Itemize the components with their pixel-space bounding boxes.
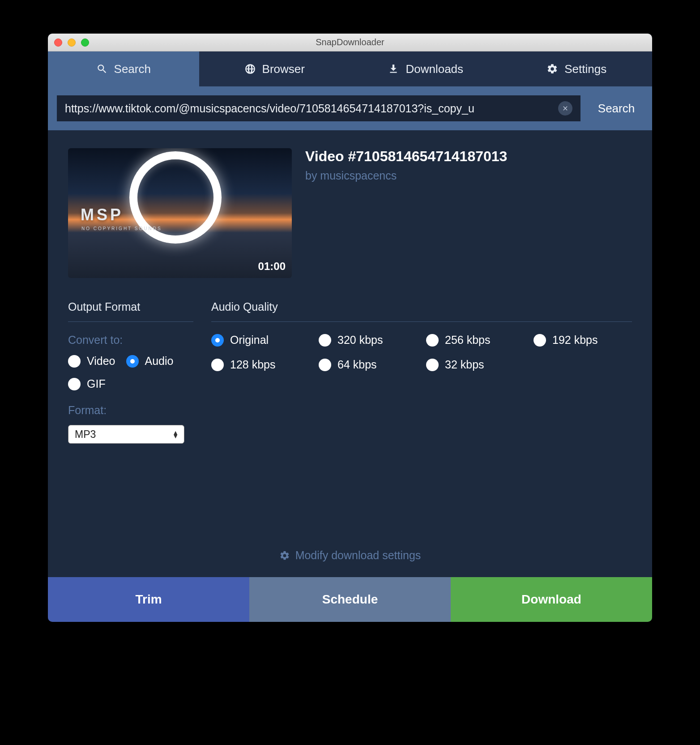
url-input-container — [57, 95, 580, 121]
download-button[interactable]: Download — [451, 577, 652, 622]
minimize-window-button[interactable] — [68, 39, 76, 47]
download-icon — [388, 63, 399, 75]
radio-circle — [126, 355, 139, 368]
thumbnail-subtext: NO COPYRIGHT SOUNDS — [81, 226, 162, 231]
radio-audio[interactable]: Audio — [126, 355, 174, 368]
tab-label: Settings — [564, 62, 606, 76]
titlebar: SnapDownloader — [48, 34, 652, 51]
video-title: Video #7105814654714187013 — [305, 148, 507, 165]
tab-label: Downloads — [405, 62, 463, 76]
radio-label: 256 kbps — [445, 334, 490, 347]
radio-quality-option[interactable]: 32 kbps — [426, 358, 525, 371]
maximize-window-button[interactable] — [81, 39, 89, 47]
audio-quality-heading: Audio Quality — [211, 300, 632, 322]
traffic-lights — [54, 39, 89, 47]
radio-circle — [211, 334, 224, 347]
radio-quality-option[interactable]: 128 kbps — [211, 358, 310, 371]
radio-quality-option[interactable]: 64 kbps — [319, 358, 417, 371]
chevron-updown-icon: ▲▼ — [172, 431, 179, 438]
modify-settings-button[interactable]: Modify download settings — [68, 535, 632, 577]
radio-circle — [534, 334, 546, 347]
radio-circle — [319, 334, 331, 347]
app-window: SnapDownloader Search Browser Downloads … — [48, 34, 652, 622]
radio-label: Original — [230, 334, 269, 347]
output-format-heading: Output Format — [68, 300, 193, 322]
footer-actions: Trim Schedule Download — [48, 577, 652, 622]
video-thumbnail[interactable]: MSP NO COPYRIGHT SOUNDS 01:00 — [68, 148, 292, 278]
tab-label: Browser — [262, 62, 305, 76]
radio-label: 320 kbps — [337, 334, 383, 347]
clear-input-button[interactable] — [558, 101, 572, 116]
radio-label: Audio — [145, 355, 174, 368]
radio-circle — [68, 378, 81, 390]
modify-settings-label: Modify download settings — [295, 549, 421, 562]
window-title: SnapDownloader — [316, 37, 384, 47]
format-label: Format: — [68, 404, 193, 417]
format-select[interactable]: MP3 ▲▼ — [68, 425, 184, 444]
radio-gif[interactable]: GIF — [68, 377, 106, 390]
output-format-column: Output Format Convert to: Video Audio GI… — [68, 300, 193, 444]
gear-icon — [546, 63, 558, 75]
thumbnail-logo: MSP — [81, 206, 124, 224]
radio-label: Video — [87, 355, 115, 368]
format-value: MP3 — [75, 428, 96, 441]
video-info-row: MSP NO COPYRIGHT SOUNDS 01:00 Video #710… — [68, 148, 632, 278]
radio-quality-option[interactable]: 256 kbps — [426, 334, 525, 347]
globe-icon — [244, 63, 256, 75]
searchbar-area: Search — [48, 86, 652, 130]
tab-search[interactable]: Search — [48, 51, 199, 86]
tab-settings[interactable]: Settings — [501, 51, 653, 86]
radio-circle — [426, 334, 439, 347]
main-tabs: Search Browser Downloads Settings — [48, 51, 652, 86]
url-input[interactable] — [65, 102, 553, 115]
video-duration: 01:00 — [258, 260, 286, 273]
close-icon — [562, 105, 569, 112]
radio-circle — [68, 355, 81, 368]
radio-quality-option[interactable]: 192 kbps — [534, 334, 632, 347]
trim-button[interactable]: Trim — [48, 577, 249, 622]
close-window-button[interactable] — [54, 39, 62, 47]
quality-options: Original320 kbps256 kbps192 kbps128 kbps… — [211, 334, 632, 371]
radio-quality-option[interactable]: 320 kbps — [319, 334, 417, 347]
gear-icon — [279, 550, 290, 561]
tab-label: Search — [114, 62, 151, 76]
radio-label: GIF — [87, 377, 106, 390]
search-icon — [96, 63, 108, 75]
radio-label: 32 kbps — [445, 358, 484, 371]
radio-label: 128 kbps — [230, 358, 275, 371]
video-metadata: Video #7105814654714187013 by musicspace… — [305, 148, 507, 278]
search-button[interactable]: Search — [580, 95, 652, 121]
format-row: Output Format Convert to: Video Audio GI… — [68, 300, 632, 444]
schedule-button[interactable]: Schedule — [249, 577, 451, 622]
convert-options: Video Audio GIF — [68, 355, 193, 390]
video-author: by musicspacencs — [305, 169, 507, 182]
tab-downloads[interactable]: Downloads — [350, 51, 501, 86]
radio-video[interactable]: Video — [68, 355, 115, 368]
radio-quality-option[interactable]: Original — [211, 334, 310, 347]
audio-quality-column: Audio Quality Original320 kbps256 kbps19… — [211, 300, 632, 444]
radio-label: 192 kbps — [552, 334, 598, 347]
convert-to-label: Convert to: — [68, 334, 193, 347]
radio-circle — [211, 359, 224, 371]
radio-circle — [319, 359, 331, 371]
tab-browser[interactable]: Browser — [199, 51, 350, 86]
radio-circle — [426, 359, 439, 371]
radio-label: 64 kbps — [337, 358, 377, 371]
content-area: MSP NO COPYRIGHT SOUNDS 01:00 Video #710… — [48, 130, 652, 577]
